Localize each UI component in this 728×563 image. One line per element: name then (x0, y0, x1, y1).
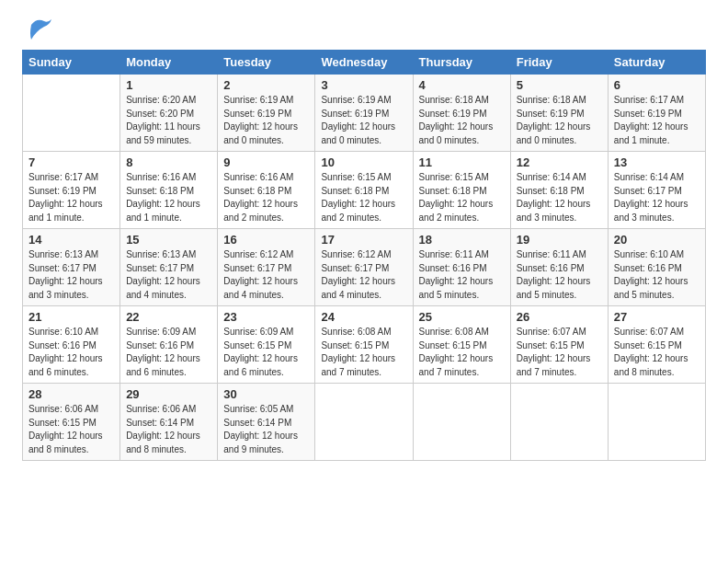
day-info: Sunrise: 6:08 AM Sunset: 6:15 PM Dayligh… (419, 326, 505, 379)
col-header-friday: Friday (510, 51, 608, 75)
day-info: Sunrise: 6:15 AM Sunset: 6:18 PM Dayligh… (321, 171, 406, 224)
day-info: Sunrise: 6:18 AM Sunset: 6:19 PM Dayligh… (419, 94, 505, 147)
day-number: 22 (126, 310, 211, 324)
calendar-cell: 26Sunrise: 6:07 AM Sunset: 6:15 PM Dayli… (510, 306, 608, 384)
calendar-cell: 1Sunrise: 6:20 AM Sunset: 6:20 PM Daylig… (120, 75, 218, 152)
page-header (22, 18, 706, 42)
col-header-sunday: Sunday (23, 51, 120, 75)
calendar-week-5: 28Sunrise: 6:06 AM Sunset: 6:15 PM Dayli… (23, 384, 706, 461)
day-info: Sunrise: 6:08 AM Sunset: 6:15 PM Dayligh… (321, 326, 406, 379)
day-info: Sunrise: 6:05 AM Sunset: 6:14 PM Dayligh… (223, 403, 309, 456)
calendar-cell: 28Sunrise: 6:06 AM Sunset: 6:15 PM Dayli… (23, 384, 120, 461)
day-number: 5 (517, 78, 602, 92)
calendar-cell: 13Sunrise: 6:14 AM Sunset: 6:17 PM Dayli… (608, 152, 705, 229)
calendar-week-1: 1Sunrise: 6:20 AM Sunset: 6:20 PM Daylig… (23, 75, 706, 152)
day-info: Sunrise: 6:13 AM Sunset: 6:17 PM Dayligh… (126, 248, 211, 302)
calendar-cell: 24Sunrise: 6:08 AM Sunset: 6:15 PM Dayli… (315, 306, 413, 384)
calendar-cell: 30Sunrise: 6:05 AM Sunset: 6:14 PM Dayli… (218, 384, 315, 461)
calendar-cell (315, 384, 413, 461)
day-number: 2 (223, 78, 309, 92)
day-number: 15 (126, 233, 211, 247)
calendar-cell: 5Sunrise: 6:18 AM Sunset: 6:19 PM Daylig… (510, 75, 608, 152)
calendar-cell: 20Sunrise: 6:10 AM Sunset: 6:16 PM Dayli… (608, 229, 705, 306)
calendar-cell: 2Sunrise: 6:19 AM Sunset: 6:19 PM Daylig… (218, 75, 315, 152)
col-header-thursday: Thursday (413, 51, 510, 75)
calendar-cell (23, 75, 120, 152)
day-info: Sunrise: 6:19 AM Sunset: 6:19 PM Dayligh… (321, 94, 406, 147)
day-info: Sunrise: 6:14 AM Sunset: 6:17 PM Dayligh… (614, 171, 700, 224)
day-number: 4 (419, 78, 505, 92)
day-number: 19 (517, 233, 602, 247)
day-number: 30 (223, 387, 309, 401)
day-info: Sunrise: 6:13 AM Sunset: 6:17 PM Dayligh… (28, 248, 114, 302)
day-info: Sunrise: 6:20 AM Sunset: 6:20 PM Dayligh… (126, 94, 211, 147)
calendar-cell: 3Sunrise: 6:19 AM Sunset: 6:19 PM Daylig… (315, 75, 413, 152)
day-info: Sunrise: 6:09 AM Sunset: 6:16 PM Dayligh… (126, 326, 211, 379)
day-number: 16 (223, 233, 309, 247)
calendar-cell: 12Sunrise: 6:14 AM Sunset: 6:18 PM Dayli… (510, 152, 608, 229)
calendar-week-2: 7Sunrise: 6:17 AM Sunset: 6:19 PM Daylig… (23, 152, 706, 229)
day-number: 10 (321, 155, 406, 169)
day-number: 18 (419, 233, 505, 247)
calendar-cell: 7Sunrise: 6:17 AM Sunset: 6:19 PM Daylig… (23, 152, 120, 229)
day-number: 28 (28, 387, 114, 401)
calendar-header-row: SundayMondayTuesdayWednesdayThursdayFrid… (23, 51, 706, 75)
day-number: 8 (126, 155, 211, 169)
calendar-cell (510, 384, 608, 461)
day-info: Sunrise: 6:12 AM Sunset: 6:17 PM Dayligh… (321, 248, 406, 302)
logo-bird-icon (24, 16, 53, 41)
calendar-cell: 17Sunrise: 6:12 AM Sunset: 6:17 PM Dayli… (315, 229, 413, 306)
day-info: Sunrise: 6:17 AM Sunset: 6:19 PM Dayligh… (28, 171, 114, 224)
calendar-cell: 22Sunrise: 6:09 AM Sunset: 6:16 PM Dayli… (120, 306, 218, 384)
day-number: 21 (28, 310, 114, 324)
day-number: 26 (517, 310, 602, 324)
calendar-cell: 4Sunrise: 6:18 AM Sunset: 6:19 PM Daylig… (413, 75, 510, 152)
calendar-cell (413, 384, 510, 461)
day-number: 1 (126, 78, 211, 92)
calendar-cell: 21Sunrise: 6:10 AM Sunset: 6:16 PM Dayli… (23, 306, 120, 384)
calendar-cell: 18Sunrise: 6:11 AM Sunset: 6:16 PM Dayli… (413, 229, 510, 306)
day-number: 12 (517, 155, 602, 169)
col-header-wednesday: Wednesday (315, 51, 413, 75)
day-info: Sunrise: 6:09 AM Sunset: 6:15 PM Dayligh… (223, 326, 309, 379)
col-header-tuesday: Tuesday (218, 51, 315, 75)
day-number: 11 (419, 155, 505, 169)
calendar-cell: 27Sunrise: 6:07 AM Sunset: 6:15 PM Dayli… (608, 306, 705, 384)
calendar-cell: 14Sunrise: 6:13 AM Sunset: 6:17 PM Dayli… (23, 229, 120, 306)
calendar-cell: 23Sunrise: 6:09 AM Sunset: 6:15 PM Dayli… (218, 306, 315, 384)
day-info: Sunrise: 6:12 AM Sunset: 6:17 PM Dayligh… (223, 248, 309, 302)
calendar-cell: 29Sunrise: 6:06 AM Sunset: 6:14 PM Dayli… (120, 384, 218, 461)
day-info: Sunrise: 6:10 AM Sunset: 6:16 PM Dayligh… (28, 326, 114, 379)
day-number: 9 (223, 155, 309, 169)
day-number: 6 (614, 78, 700, 92)
day-number: 7 (28, 155, 114, 169)
day-number: 27 (614, 310, 700, 324)
calendar-table: SundayMondayTuesdayWednesdayThursdayFrid… (22, 50, 706, 461)
day-number: 25 (419, 310, 505, 324)
calendar-cell (608, 384, 705, 461)
day-number: 17 (321, 233, 406, 247)
day-info: Sunrise: 6:06 AM Sunset: 6:14 PM Dayligh… (126, 403, 211, 456)
day-info: Sunrise: 6:19 AM Sunset: 6:19 PM Dayligh… (223, 94, 309, 147)
day-number: 14 (28, 233, 114, 247)
day-info: Sunrise: 6:18 AM Sunset: 6:19 PM Dayligh… (517, 94, 602, 147)
calendar-cell: 25Sunrise: 6:08 AM Sunset: 6:15 PM Dayli… (413, 306, 510, 384)
calendar-cell: 8Sunrise: 6:16 AM Sunset: 6:18 PM Daylig… (120, 152, 218, 229)
day-number: 23 (223, 310, 309, 324)
day-info: Sunrise: 6:15 AM Sunset: 6:18 PM Dayligh… (419, 171, 505, 224)
day-info: Sunrise: 6:06 AM Sunset: 6:15 PM Dayligh… (28, 403, 114, 456)
logo (22, 22, 53, 42)
day-info: Sunrise: 6:14 AM Sunset: 6:18 PM Dayligh… (517, 171, 602, 224)
calendar-week-4: 21Sunrise: 6:10 AM Sunset: 6:16 PM Dayli… (23, 306, 706, 384)
calendar-cell: 6Sunrise: 6:17 AM Sunset: 6:19 PM Daylig… (608, 75, 705, 152)
day-info: Sunrise: 6:11 AM Sunset: 6:16 PM Dayligh… (517, 248, 602, 302)
day-number: 20 (614, 233, 700, 247)
calendar-cell: 19Sunrise: 6:11 AM Sunset: 6:16 PM Dayli… (510, 229, 608, 306)
day-info: Sunrise: 6:11 AM Sunset: 6:16 PM Dayligh… (419, 248, 505, 302)
day-number: 13 (614, 155, 700, 169)
day-info: Sunrise: 6:07 AM Sunset: 6:15 PM Dayligh… (517, 326, 602, 379)
day-number: 24 (321, 310, 406, 324)
col-header-saturday: Saturday (608, 51, 705, 75)
day-info: Sunrise: 6:16 AM Sunset: 6:18 PM Dayligh… (126, 171, 211, 224)
day-info: Sunrise: 6:10 AM Sunset: 6:16 PM Dayligh… (614, 248, 700, 302)
